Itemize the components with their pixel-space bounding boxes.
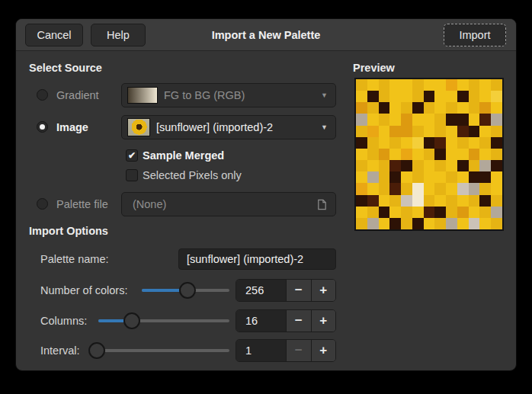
- preview-cell: [356, 79, 367, 91]
- preview-cell: [446, 171, 457, 183]
- interval-value[interactable]: 1: [236, 340, 286, 361]
- preview-cell: [412, 218, 424, 229]
- preview-cell: [446, 126, 457, 137]
- preview-cell: [356, 137, 367, 149]
- number-of-colors-spinbox: 256 − +: [236, 279, 336, 302]
- preview-cell: [379, 218, 390, 229]
- preview-cell: [491, 79, 502, 91]
- preview-cell: [379, 183, 390, 194]
- minus-button[interactable]: −: [286, 280, 310, 301]
- selected-pixels-only-checkbox[interactable]: [126, 169, 138, 181]
- preview-cell: [389, 137, 401, 149]
- preview-cell: [469, 218, 480, 229]
- interval-slider[interactable]: [88, 339, 229, 362]
- gradient-radio[interactable]: [37, 89, 48, 101]
- columns-value[interactable]: 16: [236, 310, 286, 332]
- import-palette-dialog: Cancel Help Import a New Palette Import …: [15, 18, 517, 371]
- palette-file-radio[interactable]: [37, 198, 48, 210]
- preview-cell: [491, 183, 502, 194]
- preview-cell: [457, 183, 469, 194]
- plus-button[interactable]: +: [311, 310, 335, 332]
- preview-cell: [457, 102, 469, 114]
- preview-cell: [412, 207, 424, 218]
- preview-cell: [401, 207, 412, 218]
- preview-cell: [446, 218, 457, 229]
- plus-button[interactable]: +: [311, 280, 335, 301]
- sample-merged-checkbox[interactable]: ✔: [126, 149, 138, 162]
- slider-track: [88, 349, 229, 352]
- preview-cell: [446, 114, 457, 125]
- preview-cell: [434, 114, 446, 125]
- preview-cell: [457, 207, 469, 218]
- preview-cell: [424, 160, 435, 171]
- preview-cell: [356, 126, 367, 137]
- palette-name-input[interactable]: [sunflower] (imported)-2: [178, 248, 336, 270]
- preview-cell: [389, 102, 401, 114]
- preview-cell: [434, 79, 446, 91]
- number-of-colors-slider[interactable]: [142, 279, 229, 302]
- preview-cell: [389, 114, 401, 125]
- preview-cell: [446, 149, 457, 160]
- preview-cell: [424, 171, 435, 183]
- gradient-select[interactable]: FG to BG (RGB) ▼: [121, 83, 336, 107]
- preview-cell: [367, 195, 379, 207]
- preview-cell: [356, 91, 367, 102]
- preview-cell: [412, 137, 424, 149]
- preview-cell: [379, 160, 390, 171]
- preview-cell: [469, 183, 480, 194]
- preview-cell: [479, 102, 491, 114]
- slider-handle[interactable]: [123, 312, 140, 329]
- preview-cell: [479, 218, 491, 229]
- preview-cell: [424, 114, 435, 125]
- preview-cell: [469, 79, 480, 91]
- preview-cell: [401, 79, 412, 91]
- preview-cell: [412, 149, 424, 160]
- preview-cell: [469, 207, 480, 218]
- chevron-down-icon: ▼: [321, 91, 328, 99]
- preview-grid: [356, 79, 502, 229]
- preview-cell: [389, 149, 401, 160]
- slider-handle[interactable]: [88, 342, 105, 359]
- plus-button[interactable]: +: [311, 340, 335, 361]
- preview-cell: [479, 114, 491, 125]
- preview-cell: [412, 79, 424, 91]
- minus-button[interactable]: −: [286, 310, 310, 332]
- preview-cell: [434, 218, 446, 229]
- image-radio-label: Image: [56, 115, 88, 139]
- preview-cell: [424, 79, 435, 91]
- preview-cell: [446, 102, 457, 114]
- preview-cell: [389, 171, 401, 183]
- preview-cell: [457, 79, 469, 91]
- preview-cell: [457, 195, 469, 207]
- palette-name-label: Palette name:: [40, 248, 108, 270]
- preview-cell: [446, 183, 457, 194]
- import-button[interactable]: Import: [444, 24, 506, 46]
- preview-cell: [389, 160, 401, 171]
- preview-cell: [446, 207, 457, 218]
- number-of-colors-value[interactable]: 256: [236, 280, 286, 301]
- preview-cell: [367, 102, 379, 114]
- preview-cell: [401, 218, 412, 229]
- sample-merged-label: Sample Merged: [143, 149, 224, 162]
- preview-cell: [424, 149, 435, 160]
- preview-cell: [457, 160, 469, 171]
- preview-cell: [446, 91, 457, 102]
- image-select[interactable]: [sunflower] (imported)-2 ▼: [121, 115, 336, 139]
- preview-cell: [491, 137, 502, 149]
- preview-cell: [457, 149, 469, 160]
- select-source-heading: Select Source: [29, 62, 102, 74]
- preview-cell: [469, 126, 480, 137]
- preview-cell: [412, 91, 424, 102]
- image-radio[interactable]: [37, 121, 48, 133]
- preview-cell: [446, 137, 457, 149]
- preview-cell: [356, 171, 367, 183]
- columns-slider[interactable]: [98, 309, 229, 332]
- slider-handle[interactable]: [179, 282, 196, 299]
- preview-cell: [434, 149, 446, 160]
- preview-cell: [469, 137, 480, 149]
- preview-cell: [379, 207, 390, 218]
- palette-file-button[interactable]: (None): [121, 192, 336, 216]
- preview-cell: [412, 171, 424, 183]
- preview-cell: [491, 114, 502, 125]
- minus-button[interactable]: −: [286, 340, 310, 361]
